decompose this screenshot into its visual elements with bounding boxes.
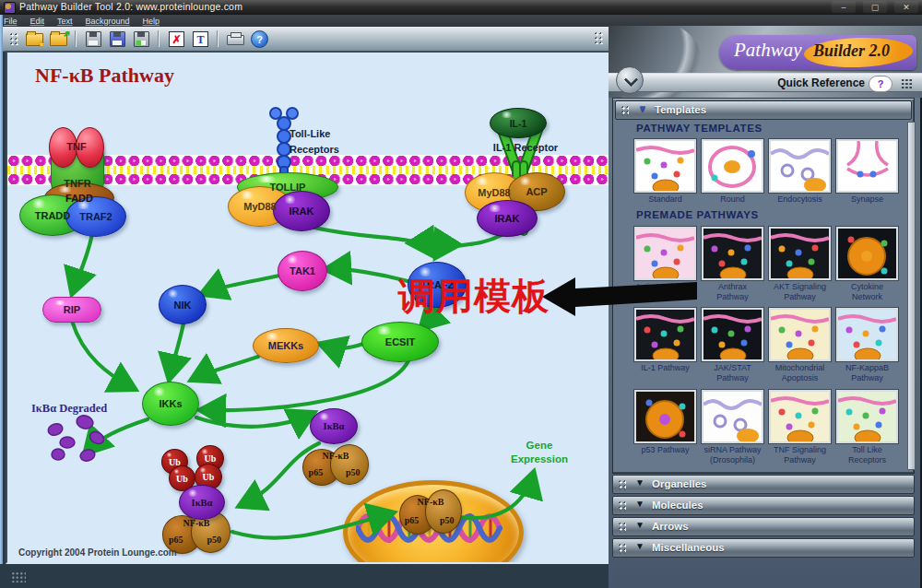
- node-irak[interactable]: IRAK: [273, 191, 330, 231]
- template-item-tnfsignalingpathway[interactable]: TNF Signaling Pathway: [769, 390, 831, 465]
- save-icon[interactable]: [83, 29, 103, 49]
- section-label: Arrows: [652, 521, 689, 532]
- template-item-mitochondrialapoptosis[interactable]: Mitochondrial Apoptosis: [769, 308, 831, 382]
- template-item-cytokinenetwork[interactable]: Cytokine Network: [836, 227, 898, 301]
- close-button[interactable]: ✕: [894, 1, 918, 13]
- template-thumbnail[interactable]: [769, 139, 831, 193]
- template-thumbnail[interactable]: [634, 390, 696, 443]
- template-item-il1pathway[interactable]: IL-1 Pathway: [634, 308, 696, 382]
- section-header-organelles[interactable]: ▼Organelles: [612, 475, 915, 494]
- toolbar-drag-handle[interactable]: [9, 32, 18, 45]
- new-pathway-icon[interactable]: [24, 29, 44, 49]
- template-item-jakstatpathway[interactable]: JAK/STAT Pathway: [702, 308, 763, 382]
- template-item-aktsignalingpathway[interactable]: AKT Signaling Pathway: [769, 227, 831, 301]
- node-irak[interactable]: IRAK: [477, 200, 538, 237]
- panel-grid-icon[interactable]: [901, 78, 913, 88]
- help-icon[interactable]: ?: [249, 29, 269, 49]
- export-image-icon[interactable]: [131, 29, 151, 49]
- section-drag-handle[interactable]: [618, 500, 626, 512]
- minimize-button[interactable]: –: [832, 1, 856, 13]
- template-item-sirnapathwaydrosophila[interactable]: siRNA Pathway (Drosophila): [702, 390, 763, 465]
- node-ib[interactable]: IκBα: [310, 408, 358, 444]
- collapse-triangle-icon[interactable]: ▼: [635, 541, 644, 551]
- section-drag-handle[interactable]: [618, 479, 626, 490]
- template-label: Actin Nucleation: [635, 282, 695, 292]
- section-label: Organelles: [652, 478, 706, 489]
- template-item-anthraxpathway[interactable]: Anthrax Pathway: [702, 227, 763, 301]
- node-ib[interactable]: IκBα: [179, 485, 225, 520]
- collapse-triangle-icon[interactable]: ▼: [635, 477, 644, 488]
- template-label: NF-KappaB Pathway: [836, 363, 898, 382]
- toolbar-separator: [217, 30, 219, 47]
- template-item-p53pathway[interactable]: p53 Pathway: [634, 390, 696, 465]
- node-mekks[interactable]: MEKKs: [253, 328, 319, 363]
- template-item-standard[interactable]: Standard: [634, 139, 696, 205]
- bottom-drag-handle[interactable]: [11, 571, 26, 582]
- template-thumbnail[interactable]: [836, 308, 898, 361]
- template-thumbnail[interactable]: [702, 227, 763, 280]
- template-thumbnail[interactable]: [634, 308, 696, 361]
- template-thumbnail[interactable]: [836, 139, 898, 193]
- quick-reference-label: Quick Reference: [777, 76, 865, 89]
- collapse-triangle-icon[interactable]: ▼: [635, 520, 644, 530]
- node-nik[interactable]: NIK: [159, 285, 207, 324]
- menu-item-edit[interactable]: Edit: [30, 17, 45, 26]
- panel-collapse-button[interactable]: [616, 66, 644, 94]
- thumbnail-row: StandardRoundEndocytosisSynapse: [634, 139, 898, 205]
- menu-item-text[interactable]: Text: [57, 17, 73, 26]
- template-item-synapse[interactable]: Synapse: [836, 139, 898, 205]
- maximize-button[interactable]: ▢: [863, 1, 887, 13]
- template-thumbnail[interactable]: [836, 390, 898, 443]
- delete-icon[interactable]: ✗: [166, 29, 186, 49]
- node-tnf[interactable]: TNF: [48, 127, 105, 166]
- template-item-actinnucleation[interactable]: Actin Nucleation: [634, 227, 696, 301]
- title-bar[interactable]: Pathway Builder Tool 2.0: www.proteinlou…: [0, 0, 922, 15]
- template-label: p53 Pathway: [641, 445, 689, 455]
- templates-section-label: Templates: [655, 104, 706, 115]
- section-header-molecules[interactable]: ▼Molecules: [612, 496, 915, 515]
- template-thumbnail[interactable]: [702, 390, 763, 443]
- save-as-icon[interactable]: [107, 29, 127, 49]
- template-thumbnail[interactable]: [769, 390, 831, 443]
- template-thumbnail[interactable]: [634, 139, 696, 193]
- node-nfkb-complex[interactable]: NF-κBp65p50: [399, 484, 462, 534]
- node-nfkb-complex[interactable]: NF-κBp65p50: [302, 439, 369, 485]
- collapse-triangle-icon[interactable]: ▼: [638, 103, 647, 113]
- section-drag-handle[interactable]: [618, 543, 626, 554]
- node-rip[interactable]: RIP: [42, 297, 101, 323]
- template-item-nfkappabpathway[interactable]: NF-KappaB Pathway: [836, 308, 898, 382]
- section-header-miscellaneous[interactable]: ▼Miscellaneous: [612, 538, 915, 558]
- templates-section-header[interactable]: ▼ Templates: [615, 100, 912, 120]
- template-thumbnail[interactable]: [769, 308, 831, 361]
- template-label: Standard: [648, 194, 682, 205]
- node-ecsit[interactable]: ECSIT: [361, 322, 439, 362]
- group-heading-0: PATHWAY TEMPLATES: [636, 123, 762, 134]
- section-header-arrows[interactable]: ▼Arrows: [612, 517, 915, 536]
- node-il1[interactable]: IL-1: [490, 108, 547, 138]
- node-ikks[interactable]: IKKs: [142, 382, 199, 426]
- quick-reference-help-icon[interactable]: ?: [869, 76, 892, 92]
- template-thumbnail[interactable]: [836, 227, 898, 280]
- template-label: Endocytosis: [777, 194, 822, 205]
- section-drag-handle[interactable]: [621, 105, 629, 116]
- templates-scrollbar[interactable]: [907, 122, 916, 470]
- thumbnail-row: IL-1 PathwayJAK/STAT PathwayMitochondria…: [634, 308, 898, 382]
- template-item-tolllikereceptors[interactable]: Toll Like Receptors: [836, 390, 898, 465]
- template-thumbnail[interactable]: [702, 139, 763, 193]
- menu-item-file[interactable]: File: [4, 17, 18, 26]
- template-item-endocytosis[interactable]: Endocytosis: [769, 139, 831, 205]
- open-pathway-icon[interactable]: [48, 29, 68, 49]
- template-thumbnail[interactable]: [769, 227, 831, 280]
- template-thumbnail[interactable]: [702, 308, 763, 361]
- toolbar-end-handle[interactable]: [594, 31, 603, 44]
- node-tak1[interactable]: TAK1: [278, 251, 327, 291]
- collapse-triangle-icon[interactable]: ▼: [635, 499, 644, 509]
- print-icon[interactable]: [225, 29, 245, 49]
- text-tool-icon[interactable]: T: [190, 29, 210, 49]
- menu-item-background[interactable]: Background: [86, 17, 130, 26]
- template-label: JAK/STAT Pathway: [702, 363, 763, 382]
- section-drag-handle[interactable]: [618, 522, 626, 533]
- menu-item-help[interactable]: Help: [143, 17, 160, 26]
- template-thumbnail[interactable]: [634, 227, 696, 280]
- template-item-round[interactable]: Round: [702, 139, 763, 205]
